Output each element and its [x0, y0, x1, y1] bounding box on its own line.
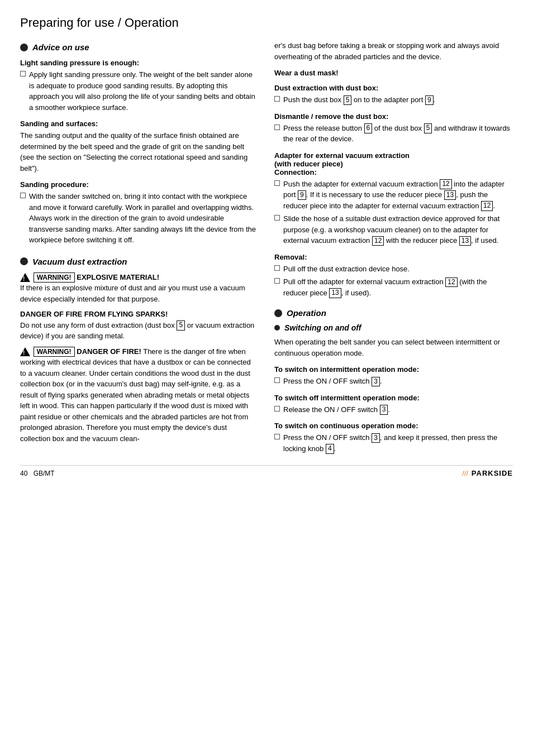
num-box-12b: 12 — [481, 201, 493, 211]
warning-triangle-icon — [20, 347, 30, 356]
num-box-12c: 12 — [372, 236, 384, 246]
list-bullet-icon — [274, 180, 280, 186]
footer-page-info: 40 GB/MT — [20, 469, 55, 477]
dismantle-block: Dismantle / remove the dust box: Press t… — [274, 112, 513, 145]
small-bullet-icon — [274, 325, 280, 331]
intermittent-off-title: To switch off intermittent operation mod… — [274, 394, 513, 402]
brand-slashes: /// — [462, 469, 468, 477]
num-box-4: 4 — [326, 444, 334, 454]
adapter-block: Adapter for external vacuum extraction(w… — [274, 151, 513, 246]
list-item: Apply light sanding pressure only. The w… — [20, 69, 259, 113]
intermittent-off-item: Release the ON / OFF switch 3. — [283, 404, 390, 415]
num-box-6: 6 — [364, 123, 373, 133]
continuous-on-block: To switch on continuous operation mode: … — [274, 422, 513, 454]
list-item: Push the dust box 5 on to the adapter po… — [274, 94, 513, 106]
continuous-on-item: Press the ON / OFF switch 3, and keep it… — [283, 432, 513, 454]
advice-section-heading: Advice on use — [20, 42, 259, 52]
operation-heading-text: Operation — [287, 308, 326, 318]
footer-locale — [30, 470, 34, 477]
list-item: Press the release button 6 of the dust b… — [274, 123, 513, 145]
footer: 40 GB/MT /// PARKSIDE — [20, 465, 513, 477]
num-box-12d: 12 — [445, 277, 457, 288]
advice-heading-text: Advice on use — [32, 42, 89, 52]
page: Preparing for use / Operation Advice on … — [0, 0, 533, 756]
bullet-icon — [274, 309, 282, 317]
intermittent-on-item: Press the ON / OFF switch 3. — [283, 376, 382, 387]
warning-label: WARNING! — [34, 272, 75, 283]
page-title: Preparing for use / Operation — [20, 16, 513, 30]
dismantle-item: Press the release button 6 of the dust b… — [283, 123, 513, 145]
num-box-3b: 3 — [380, 405, 388, 415]
left-column: Advice on use Light sanding pressure is … — [20, 40, 259, 456]
danger-sparks-body-pre: Do not use any form of dust extraction (… — [20, 321, 254, 341]
num-box-5b: 5 — [424, 123, 432, 133]
dismantle-title: Dismantle / remove the dust box: — [274, 112, 513, 121]
wear-mask-block: Wear a dust mask! — [274, 69, 513, 77]
warning-label: WARNING! — [34, 347, 75, 357]
intermittent-on-block: To switch on intermittent operation mode… — [274, 365, 513, 387]
light-sanding-text: Apply light sanding pressure only. The w… — [29, 69, 259, 113]
sanding-procedure-text: With the sander switched on, bring it in… — [29, 191, 259, 246]
right-column: er's dust bag before taking a break or s… — [274, 40, 513, 456]
list-item: With the sander switched on, bring it in… — [20, 191, 259, 246]
warning-fire-body: There is the danger of fire when working… — [20, 347, 251, 443]
dust-box-block: Dust extraction with dust box: Push the … — [274, 84, 513, 106]
num-box-5: 5 — [344, 95, 352, 106]
warning-explosive-body: If there is an explosive mixture of dust… — [20, 284, 245, 303]
list-bullet-icon — [274, 278, 280, 284]
num-box-13b: 13 — [459, 236, 471, 246]
bullet-icon — [20, 257, 28, 265]
dust-box-title: Dust extraction with dust box: — [274, 84, 513, 92]
list-bullet-icon — [274, 125, 280, 130]
adapter-subtitle: Connection: — [274, 168, 317, 176]
cont-para: er's dust bag before taking a break or s… — [274, 40, 513, 62]
removal-block: Removal: Pull off the dust extraction de… — [274, 253, 513, 299]
sanding-procedure-block: Sanding procedure: With the sander switc… — [20, 180, 259, 246]
list-bullet-icon — [274, 434, 280, 439]
intermittent-on-title: To switch on intermittent operation mode… — [274, 365, 513, 374]
switching-intro: When operating the belt sander you can s… — [274, 337, 513, 358]
warning-fire-title: DANGER OF FIRE! — [77, 347, 141, 356]
warning-explosive-title: EXPLOSIVE MATERIAL! — [77, 273, 159, 281]
removal-item-2: Pull off the adapter for external vacuum… — [283, 276, 513, 298]
adapter-title: Adapter for external vacuum extraction(w… — [274, 151, 513, 176]
list-bullet-icon — [20, 71, 26, 76]
list-item: Release the ON / OFF switch 3. — [274, 404, 513, 415]
wear-mask-title: Wear a dust mask! — [274, 69, 513, 77]
light-sanding-title: Light sanding pressure is enough: — [20, 59, 259, 67]
warning-explosive-block: WARNING! EXPLOSIVE MATERIAL! If there is… — [20, 272, 259, 305]
footer-page-num: 40 — [20, 470, 27, 477]
footer-locale-text: GB/MT — [34, 470, 55, 477]
list-item: Pull off the dust extraction device hose… — [274, 264, 513, 275]
brand-name: PARKSIDE — [472, 469, 513, 477]
list-bullet-icon — [274, 96, 280, 102]
list-bullet-icon — [274, 265, 280, 271]
vacuum-heading-text: Vacuum dust extraction — [32, 257, 127, 266]
list-item: Press the ON / OFF switch 3. — [274, 376, 513, 387]
warning-fire-block: WARNING! DANGER OF FIRE! There is the da… — [20, 346, 259, 444]
danger-sparks-title: DANGER OF FIRE FROM FLYING SPARKS! — [20, 309, 259, 320]
vacuum-section-heading: Vacuum dust extraction — [20, 257, 259, 266]
num-box-13: 13 — [444, 190, 456, 200]
num-box-12: 12 — [440, 179, 451, 189]
continuous-on-title: To switch on continuous operation mode: — [274, 422, 513, 430]
bullet-icon — [20, 44, 28, 51]
sanding-surfaces-title: Sanding and surfaces: — [20, 119, 259, 128]
adapter-item-1: Push the adapter for external vacuum ext… — [283, 179, 513, 212]
num-box-3: 3 — [372, 377, 380, 387]
switching-heading: Switching on and off — [274, 323, 513, 332]
sanding-surfaces-block: Sanding and surfaces: The sanding output… — [20, 119, 259, 174]
operation-section: Operation Switching on and off When oper… — [274, 308, 513, 454]
list-item: Press the ON / OFF switch 3, and keep it… — [274, 432, 513, 454]
footer-brand-block: /// PARKSIDE — [462, 469, 513, 477]
switching-heading-text: Switching on and off — [284, 323, 361, 332]
list-item: Slide the hose of a suitable dust extrac… — [274, 213, 513, 246]
list-bullet-icon — [274, 215, 280, 221]
list-item: Push the adapter for external vacuum ext… — [274, 179, 513, 212]
operation-heading: Operation — [274, 308, 513, 318]
light-sanding-block: Light sanding pressure is enough: Apply … — [20, 59, 259, 113]
list-bullet-icon — [274, 377, 280, 383]
list-bullet-icon — [20, 193, 26, 198]
two-column-layout: Advice on use Light sanding pressure is … — [20, 40, 513, 456]
num-box-9b: 9 — [298, 190, 306, 200]
